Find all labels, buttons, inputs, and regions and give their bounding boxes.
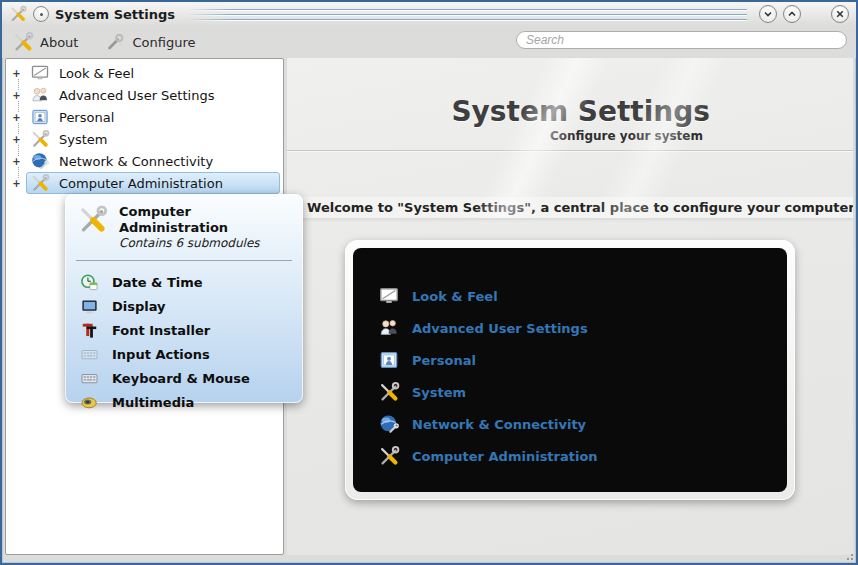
configure-button[interactable]: Configure — [104, 31, 195, 53]
tools-icon — [12, 31, 34, 53]
expander-icon[interactable]: + — [11, 68, 22, 79]
page-subtitle: Configure your system — [287, 128, 853, 145]
system-settings-window: System Settings About Configure + — [0, 0, 858, 565]
overview-item-label: Network & Connectivity — [412, 417, 586, 432]
overview-item-label: Look & Feel — [412, 289, 498, 304]
font-icon — [80, 321, 99, 340]
overview-item-computer-administration[interactable]: Computer Administration — [378, 440, 787, 472]
overview-card: Look & Feel Advanced User Settings Perso… — [345, 240, 795, 500]
expander-icon[interactable]: + — [11, 134, 22, 145]
tree-item-personal[interactable]: + Personal — [6, 106, 283, 128]
tree-item-label: Look & Feel — [59, 66, 134, 81]
speaker-icon — [80, 393, 99, 412]
overview-item-look-and-feel[interactable]: Look & Feel — [378, 280, 787, 312]
page-title: System Settings — [287, 58, 853, 128]
popup-item-label: Date & Time — [112, 275, 203, 290]
overview-item-label: Computer Administration — [412, 449, 598, 464]
header-separator — [287, 150, 853, 152]
main-panel: System Settings Configure your system We… — [287, 58, 853, 555]
tree-item-label: System — [59, 132, 107, 147]
popup-subtitle: Contains 6 submodules — [119, 236, 291, 251]
expander-icon[interactable]: + — [11, 90, 22, 101]
monitor-icon — [378, 285, 400, 307]
popup-item-display[interactable]: Display — [80, 294, 303, 318]
tree-item-computer-administration[interactable]: + Computer Administration — [6, 172, 283, 194]
about-button[interactable]: About — [12, 31, 78, 53]
window-menu-button[interactable] — [33, 6, 49, 22]
popup-item-input-actions[interactable]: Input Actions — [80, 342, 303, 366]
expander-icon[interactable]: + — [11, 156, 22, 167]
overview-item-advanced-user-settings[interactable]: Advanced User Settings — [378, 312, 787, 344]
overview-item-system[interactable]: System — [378, 376, 787, 408]
users-icon — [378, 317, 400, 339]
tree-item-look-and-feel[interactable]: + Look & Feel — [6, 62, 283, 84]
popup-item-date-time[interactable]: Date & Time — [80, 270, 303, 294]
resize-grip[interactable] — [844, 551, 853, 560]
wrench-icon — [104, 31, 126, 53]
overview-item-label: Advanced User Settings — [412, 321, 588, 336]
portrait-icon — [378, 349, 400, 371]
chevron-down-icon — [763, 9, 773, 19]
search-input[interactable] — [516, 31, 847, 49]
welcome-text: Welcome to "System Settings", a central … — [287, 197, 853, 218]
titlebar: System Settings — [2, 2, 856, 26]
chevron-up-icon — [787, 9, 797, 19]
popup-header: Computer Administration Contains 6 submo… — [65, 194, 303, 258]
expander-icon[interactable]: + — [11, 112, 22, 123]
minimize-button[interactable] — [759, 5, 777, 23]
tree-item-label: Advanced User Settings — [59, 88, 214, 103]
tools-icon — [30, 129, 50, 149]
overview-item-personal[interactable]: Personal — [378, 344, 787, 376]
tools-icon — [378, 381, 400, 403]
keyboard-icon — [80, 345, 99, 364]
globe-wrench-icon — [30, 151, 50, 171]
tree-item-label: Computer Administration — [59, 176, 223, 191]
popup-item-label: Input Actions — [112, 347, 210, 362]
users-icon — [30, 85, 50, 105]
popup-item-label: Display — [112, 299, 166, 314]
submodule-popup: Computer Administration Contains 6 submo… — [65, 194, 303, 403]
tree-item-network-connectivity[interactable]: + Network & Connectivity — [6, 150, 283, 172]
display-icon — [80, 297, 99, 316]
tree-item-label: Network & Connectivity — [59, 154, 213, 169]
popup-item-keyboard-mouse[interactable]: Keyboard & Mouse — [80, 366, 303, 390]
popup-title: Computer Administration — [119, 204, 291, 236]
tools-icon — [378, 445, 400, 467]
popup-item-multimedia[interactable]: Multimedia — [80, 390, 303, 414]
maximize-button[interactable] — [783, 5, 801, 23]
tools-icon — [77, 204, 108, 235]
close-icon — [835, 9, 845, 19]
popup-item-label: Font Installer — [112, 323, 210, 338]
category-overview: Look & Feel Advanced User Settings Perso… — [353, 248, 787, 492]
about-label: About — [40, 35, 78, 50]
overview-item-label: Personal — [412, 353, 476, 368]
tree-item-label: Personal — [59, 110, 114, 125]
popup-item-label: Multimedia — [112, 395, 194, 410]
tree-item-system[interactable]: + System — [6, 128, 283, 150]
overview-item-label: System — [412, 385, 466, 400]
expander-icon[interactable]: + — [11, 178, 22, 189]
window-title: System Settings — [55, 7, 175, 22]
globe-wrench-icon — [378, 413, 400, 435]
titlebar-decoration — [187, 4, 747, 24]
portrait-icon — [30, 107, 50, 127]
app-icon — [9, 5, 27, 23]
configure-label: Configure — [132, 35, 195, 50]
popup-item-font-installer[interactable]: Font Installer — [80, 318, 303, 342]
close-button[interactable] — [831, 5, 849, 23]
monitor-icon — [30, 63, 50, 83]
overview-item-network-connectivity[interactable]: Network & Connectivity — [378, 408, 787, 440]
keyboard-icon — [80, 369, 99, 388]
popup-item-label: Keyboard & Mouse — [112, 371, 250, 386]
clock-calendar-icon — [80, 273, 99, 292]
tools-icon — [30, 173, 50, 193]
tree-item-advanced-user-settings[interactable]: + Advanced User Settings — [6, 84, 283, 106]
